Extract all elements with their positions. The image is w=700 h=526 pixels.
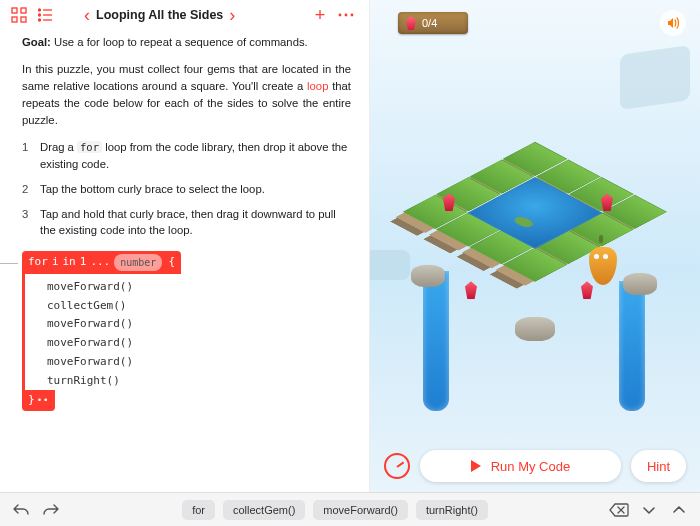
svg-rect-0 xyxy=(12,8,17,13)
gem-progress-text: 0/4 xyxy=(422,17,437,29)
snippet-collectgem[interactable]: collectGem() xyxy=(223,500,305,520)
redo-button[interactable] xyxy=(40,499,62,521)
code-line[interactable]: moveForward() xyxy=(25,353,351,372)
code-line[interactable]: moveForward() xyxy=(25,278,351,297)
svg-point-11 xyxy=(345,14,348,17)
shortcut-bar: forcollectGem()moveForward()turnRight() xyxy=(0,492,700,526)
loop-count-placeholder[interactable]: number xyxy=(114,254,162,271)
step-2: Tap the bottom curly brace to select the… xyxy=(22,181,351,198)
for-loop-header[interactable]: for i in 1 ... number { xyxy=(22,251,181,274)
run-my-code-button[interactable]: Run My Code xyxy=(420,450,621,482)
code-editor[interactable]: for i in 1 ... number { moveForward()col… xyxy=(22,251,351,411)
waterfall xyxy=(619,281,645,411)
list-icon[interactable] xyxy=(34,4,56,26)
loop-link[interactable]: loop xyxy=(307,80,328,92)
svg-point-12 xyxy=(351,14,354,17)
gem-icon xyxy=(406,16,416,30)
step-3: Tap and hold that curly brace, then drag… xyxy=(22,206,351,240)
cloud-decor xyxy=(370,250,410,280)
code-line[interactable]: turnRight() xyxy=(25,372,351,391)
prev-page-button[interactable]: ‹ xyxy=(78,5,96,26)
add-button[interactable]: + xyxy=(309,4,331,26)
svg-point-8 xyxy=(39,19,41,21)
puzzle-island xyxy=(405,121,665,351)
for-keyword-inline: for xyxy=(77,141,102,153)
next-page-button[interactable]: › xyxy=(223,5,241,26)
for-loop-close-brace[interactable]: } •• xyxy=(22,390,55,411)
svg-rect-2 xyxy=(12,17,17,22)
snippet-for[interactable]: for xyxy=(182,500,215,520)
svg-rect-1 xyxy=(21,8,26,13)
intro-text-pre: In this puzzle, you must collect four ge… xyxy=(22,63,351,92)
delete-button[interactable] xyxy=(608,499,630,521)
play-icon xyxy=(471,460,481,472)
scene-view[interactable]: 0/4 xyxy=(370,0,700,492)
step-1: Drag a for loop from the code library, t… xyxy=(22,139,351,173)
instructions-pane: Goal: Use a for loop to repeat a sequenc… xyxy=(0,28,369,411)
svg-point-10 xyxy=(339,14,342,17)
goal-label: Goal: xyxy=(22,36,51,48)
cloud-decor xyxy=(620,45,690,110)
svg-point-6 xyxy=(39,14,41,16)
code-line[interactable]: moveForward() xyxy=(25,315,351,334)
goal-text: Use a for loop to repeat a sequence of c… xyxy=(54,36,308,48)
grid-icon[interactable] xyxy=(8,4,30,26)
more-icon[interactable] xyxy=(335,4,357,26)
keyboard-show-icon[interactable] xyxy=(668,499,690,521)
gem-counter: 0/4 xyxy=(398,12,468,34)
page-title: Looping All the Sides xyxy=(96,8,223,22)
snippet-moveforward[interactable]: moveForward() xyxy=(313,500,408,520)
svg-rect-3 xyxy=(21,17,26,22)
keyboard-dismiss-icon[interactable] xyxy=(638,499,660,521)
code-line[interactable]: collectGem() xyxy=(25,297,351,316)
gem-marker xyxy=(465,281,477,299)
hint-button[interactable]: Hint xyxy=(631,450,686,482)
sound-toggle[interactable] xyxy=(660,10,686,36)
undo-button[interactable] xyxy=(10,499,32,521)
byte-character xyxy=(587,241,619,289)
code-line[interactable]: moveForward() xyxy=(25,334,351,353)
speed-dial-icon[interactable] xyxy=(384,453,410,479)
run-label: Run My Code xyxy=(491,459,570,474)
top-nav: ‹ Looping All the Sides › + xyxy=(0,0,369,28)
snippet-turnright[interactable]: turnRight() xyxy=(416,500,488,520)
waterfall xyxy=(423,271,449,411)
svg-point-4 xyxy=(39,9,41,11)
